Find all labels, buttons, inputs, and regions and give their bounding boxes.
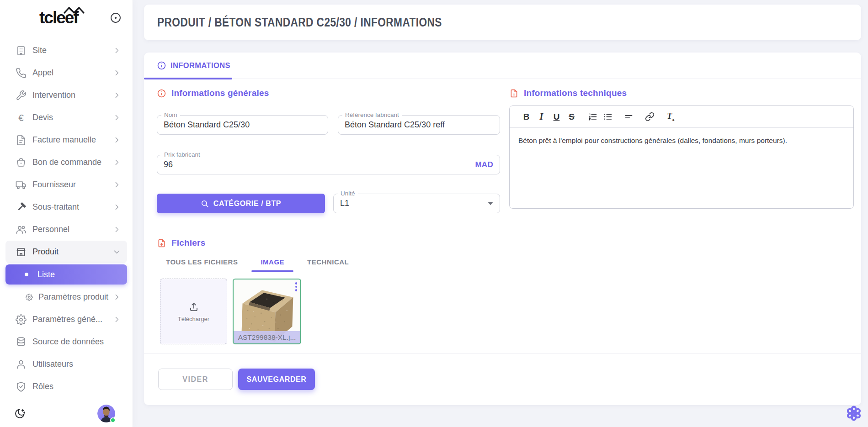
chevron-right-icon (113, 69, 121, 77)
chevron-right-icon (113, 226, 121, 233)
chevron-right-icon (113, 136, 121, 144)
wrench-icon (16, 90, 27, 101)
nom-label: Nom (161, 111, 180, 118)
info-circle-red-icon (157, 89, 166, 98)
sidebar-item-label: Liste (37, 270, 55, 279)
ordered-list-button[interactable] (585, 109, 600, 125)
phone-icon (16, 68, 27, 79)
sidebar: tcleef Site Appel Intervention € Devis (0, 0, 133, 427)
unite-value: L1 (340, 199, 349, 208)
editor-content[interactable]: Béton prêt à l'emploi pour constructions… (510, 128, 853, 153)
sidebar-item-facture-manuelle[interactable]: Facture manuelle (5, 129, 127, 151)
section-title-text: Fichiers (171, 238, 205, 248)
people-icon (16, 224, 27, 235)
tab-bar: INFORMATIONS (144, 53, 861, 79)
nom-value: Béton Standard C25/30 (164, 120, 250, 130)
file-tab-tous-les-fichiers[interactable]: TOUS LES FICHIERS (165, 255, 239, 269)
reference-label: Référence fabricant (342, 111, 402, 118)
sidebar-item-label: Source de données (32, 337, 104, 347)
chevron-right-icon (113, 316, 121, 323)
info-circle-icon (157, 61, 166, 70)
align-button[interactable] (621, 109, 636, 125)
dark-mode-toggle[interactable] (14, 407, 26, 420)
sidebar-collapse-toggle[interactable] (110, 12, 122, 24)
chatgpt-icon[interactable] (846, 405, 862, 422)
category-btp-button[interactable]: CATÉGORIE / BTP (157, 194, 325, 213)
footer-divider (144, 353, 861, 353)
sidebar-item-label: Produit (32, 247, 59, 257)
dropdown-caret-icon (488, 202, 493, 205)
link-button[interactable] (642, 109, 657, 125)
bold-button[interactable]: B (519, 109, 534, 125)
file-thumbnail[interactable]: AST299838-XL.j... (233, 279, 301, 344)
euro-icon: € (16, 112, 27, 123)
sidebar-item-label: Paramètres géné... (32, 315, 102, 324)
sidebar-item-utilisateurs[interactable]: Utilisateurs (5, 353, 127, 375)
prix-fabricant-field[interactable]: Prix fabricant 96 MAD (157, 155, 500, 174)
chevron-right-icon (113, 114, 121, 121)
category-unit-row: CATÉGORIE / BTP Unité L1 (157, 194, 500, 213)
file-upload-red-icon (157, 238, 166, 248)
strikethrough-button[interactable]: S (564, 109, 579, 125)
file-tab-technical[interactable]: TECHNICAL (306, 255, 350, 269)
form-actions: VIDER SAUVEGARDER (158, 369, 315, 390)
sidebar-item-sous-traitant[interactable]: Sous-traitant (5, 196, 127, 218)
prix-value: 96 (164, 160, 173, 169)
sidebar-item-source-de-donnees[interactable]: Source de données (5, 331, 127, 353)
sidebar-item-bon-de-commande[interactable]: Bon de commande (5, 151, 127, 174)
sidebar-item-site[interactable]: Site (5, 39, 127, 62)
sidebar-item-roles[interactable]: Rôles (5, 375, 127, 398)
gear-icon (16, 314, 27, 325)
reference-fabricant-field[interactable]: Référence fabricant Béton Standard C25/3… (338, 115, 500, 135)
app-logo[interactable]: tcleef (39, 8, 78, 27)
sidebar-item-intervention[interactable]: Intervention (5, 84, 127, 106)
user-avatar[interactable] (97, 405, 115, 422)
chevron-right-icon (113, 293, 121, 301)
clear-button[interactable]: VIDER (158, 369, 233, 390)
search-icon (201, 200, 209, 208)
sidebar-item-devis[interactable]: € Devis (5, 106, 127, 129)
clear-format-button[interactable]: Tx (663, 109, 678, 125)
ordered-list-icon (588, 112, 597, 121)
sidebar-item-label: Utilisateurs (32, 359, 73, 369)
save-button[interactable]: SAUVEGARDER (238, 369, 315, 390)
file-name-label: AST299838-XL.j... (234, 331, 300, 343)
breadcrumb-card: PRODUIT / BÉTON STANDARD C25/30 / INFORM… (144, 5, 861, 40)
sidebar-item-label: Fournisseur (32, 180, 76, 190)
technical-info-section-title: Informations techniques (509, 88, 854, 98)
sidebar-menu: Site Appel Intervention € Devis Facture … (0, 29, 133, 398)
bullet-dot-icon (25, 273, 28, 276)
nom-field[interactable]: Nom Béton Standard C25/30 (157, 115, 328, 135)
sidebar-item-personnel[interactable]: Personnel (5, 218, 127, 241)
file-thumbnails-row: Télécharger (160, 279, 500, 344)
database-icon (16, 337, 27, 348)
sidebar-item-label: Devis (32, 113, 53, 122)
underline-button[interactable]: U (549, 109, 564, 125)
gear-small-icon (26, 294, 33, 301)
basket-icon (16, 157, 27, 168)
category-button-label: CATÉGORIE / BTP (213, 200, 281, 208)
file-info-red-icon (509, 89, 519, 98)
sidebar-item-produit[interactable]: Produit (5, 241, 127, 263)
sidebar-item-appel[interactable]: Appel (5, 62, 127, 84)
sidebar-item-parametres-produit[interactable]: Paramètres produit (5, 286, 127, 308)
unite-select[interactable]: Unité L1 (333, 194, 500, 213)
tab-informations[interactable]: INFORMATIONS (157, 61, 230, 70)
form-content: Informations générales Nom Béton Standar… (144, 79, 861, 344)
italic-button[interactable]: I (534, 109, 549, 125)
file-tab-image[interactable]: IMAGE (260, 255, 285, 269)
prix-label: Prix fabricant (161, 151, 203, 158)
online-status-dot (110, 417, 116, 423)
unordered-list-icon (603, 112, 612, 121)
upload-dropzone[interactable]: Télécharger (160, 279, 227, 344)
align-icon (624, 112, 634, 121)
sidebar-item-fournisseur[interactable]: Fournisseur (5, 174, 127, 196)
sidebar-item-label: Intervention (32, 90, 75, 100)
currency-suffix: MAD (475, 160, 493, 169)
file-options-menu-icon[interactable] (295, 282, 298, 291)
chevron-right-icon (113, 47, 121, 54)
sidebar-item-liste[interactable]: Liste (5, 264, 127, 285)
sidebar-item-parametres-generaux[interactable]: Paramètres géné... (5, 308, 127, 331)
unordered-list-button[interactable] (600, 109, 615, 125)
chevron-down-icon (113, 248, 121, 256)
